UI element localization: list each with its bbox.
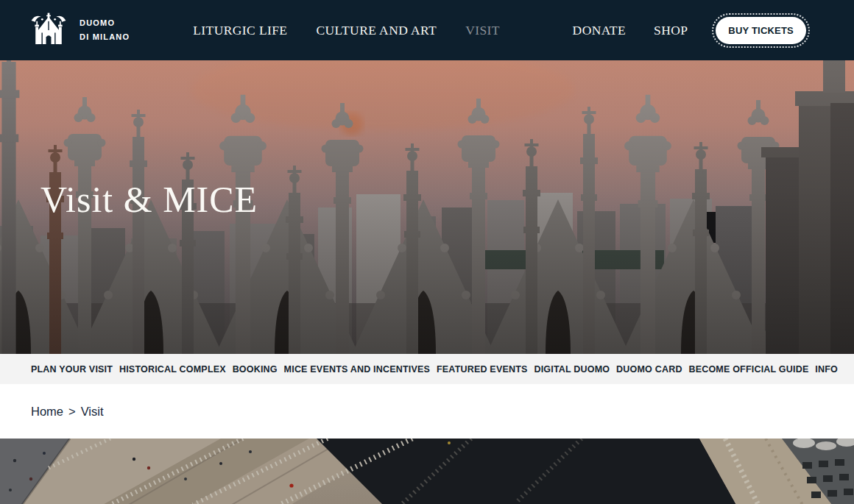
rooftop-aerial-image xyxy=(0,439,854,504)
subnav-booking[interactable]: BOOKING xyxy=(233,364,278,375)
duomo-logo-icon xyxy=(29,11,68,49)
rooftop-aerial-graphic xyxy=(0,439,854,504)
breadcrumb-home-link[interactable]: Home xyxy=(31,405,63,418)
shop-link[interactable]: SHOP xyxy=(654,23,688,38)
donate-link[interactable]: DONATE xyxy=(573,23,626,38)
header-actions: DONATE SHOP BUY TICKETS xyxy=(573,17,806,44)
nav-liturgic-life[interactable]: LITURGIC LIFE xyxy=(193,23,287,38)
subnav-historical-complex[interactable]: HISTORICAL COMPLEX xyxy=(119,364,226,375)
subnav-featured-events[interactable]: FEATURED EVENTS xyxy=(437,364,528,375)
brand-name: DUOMODI MILANO xyxy=(80,16,130,43)
subnav-plan-your-visit[interactable]: PLAN YOUR VISIT xyxy=(31,364,113,375)
visit-subnav: PLAN YOUR VISIT HISTORICAL COMPLEX BOOKI… xyxy=(0,354,854,384)
breadcrumb: Home>Visit xyxy=(31,405,104,419)
brand[interactable]: DUOMODI MILANO xyxy=(29,11,130,49)
page-title: Visit & MICE xyxy=(40,178,258,221)
buy-tickets-button[interactable]: BUY TICKETS xyxy=(716,17,806,44)
nav-culture-and-art[interactable]: CULTURE AND ART xyxy=(316,23,437,38)
subnav-become-official-guide[interactable]: BECOME OFFICIAL GUIDE xyxy=(688,364,808,375)
main-nav: LITURGIC LIFE CULTURE AND ART VISIT xyxy=(193,23,500,38)
subnav-mice-events[interactable]: MICE EVENTS AND INCENTIVES xyxy=(284,364,431,375)
hero-banner: Visit & MICE xyxy=(0,60,854,354)
subnav-info[interactable]: INFO xyxy=(815,364,838,375)
subnav-duomo-card[interactable]: DUOMO CARD xyxy=(616,364,682,375)
top-header: DUOMODI MILANO LITURGIC LIFE CULTURE AND… xyxy=(0,0,854,60)
breadcrumb-band: Home>Visit xyxy=(0,384,854,439)
breadcrumb-separator: > xyxy=(68,405,76,418)
breadcrumb-current: Visit xyxy=(81,405,104,418)
nav-visit[interactable]: VISIT xyxy=(465,23,500,38)
subnav-digital-duomo[interactable]: DIGITAL DUOMO xyxy=(534,364,610,375)
